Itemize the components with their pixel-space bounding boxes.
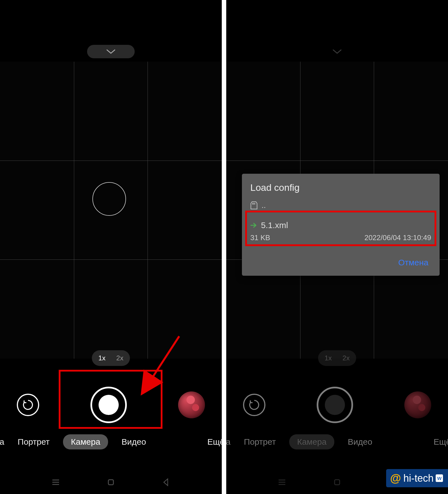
sdcard-icon [250,201,258,210]
parent-directory-row[interactable]: .. [250,201,431,210]
watermark-at: @ [390,472,401,484]
zoom-1x-button[interactable]: 1x [93,351,111,365]
shutter-button [317,387,353,423]
chevron-down-icon [106,49,116,54]
viewfinder[interactable] [0,62,222,359]
camera-app-left: 1x 2x мка Портрет Камера Видео Ещё [0,0,222,494]
switch-camera-button [243,394,265,416]
options-chevron-button[interactable] [313,45,361,58]
zoom-2x-button: 2x [337,351,355,365]
switch-camera-icon [22,399,34,411]
watermark-text: hi-tech [403,472,433,484]
camera-app-right: 1x 2x мка Портрет Камера Видео Ещё [226,0,448,494]
nav-home-icon[interactable] [106,477,116,487]
parent-directory-label: .. [262,201,266,210]
nav-recent-icon[interactable] [51,477,61,487]
dialog-title: Load config [250,182,431,193]
android-navbar [0,477,222,487]
svg-rect-2 [335,480,340,485]
config-file-row[interactable]: 5.1.xml 31 KB 2022/06/04 13:10:49 [250,219,431,245]
shutter-inner [325,395,345,415]
vk-icon: w [436,474,443,482]
options-chevron-button[interactable] [87,45,135,58]
chevron-down-icon [332,49,342,54]
focus-indicator [92,182,126,216]
shutter-inner [99,395,119,415]
zoom-1x-button: 1x [319,351,337,365]
mode-item-camera[interactable]: Камера [63,434,108,449]
mode-item-portrait: Портрет [244,437,276,447]
nav-recent-icon[interactable] [277,477,287,487]
gallery-thumbnail-button[interactable] [178,391,205,418]
config-file-size: 31 KB [250,233,270,242]
gallery-thumbnail-button [404,391,431,418]
zoom-2x-button[interactable]: 2x [111,351,129,365]
mode-item-camera: Камера [289,434,334,449]
cancel-button[interactable]: Отмена [395,256,431,270]
watermark: @ hi-tech w [386,469,448,487]
config-file-date: 2022/06/04 13:10:49 [364,233,431,242]
mode-item-partial: мка [226,437,230,447]
shutter-button[interactable] [90,387,127,423]
mode-strip[interactable]: мка Портрет Камера Видео Ещё [0,434,222,449]
nav-home-icon[interactable] [332,477,342,487]
mode-item-portrait[interactable]: Портрет [18,437,50,447]
arrow-right-icon [250,222,257,228]
load-config-dialog: Load config .. 5.1.xml 31 KB 2022/06/04 [242,174,440,276]
nav-back-icon[interactable] [161,477,171,487]
mode-item-video[interactable]: Видео [122,437,146,447]
switch-camera-button[interactable] [17,394,39,416]
config-file-name: 5.1.xml [261,221,288,230]
svg-rect-0 [108,480,113,485]
mode-item-more[interactable]: Ещё [207,437,222,447]
switch-camera-icon [248,399,260,411]
mode-item-video: Видео [348,437,372,447]
mode-strip: мка Портрет Камера Видео Ещё [226,434,448,449]
mode-item-partial[interactable]: мка [0,437,4,447]
zoom-selector[interactable]: 1x 2x [92,350,130,366]
zoom-selector: 1x 2x [318,350,356,366]
mode-item-more: Ещё [434,437,448,447]
